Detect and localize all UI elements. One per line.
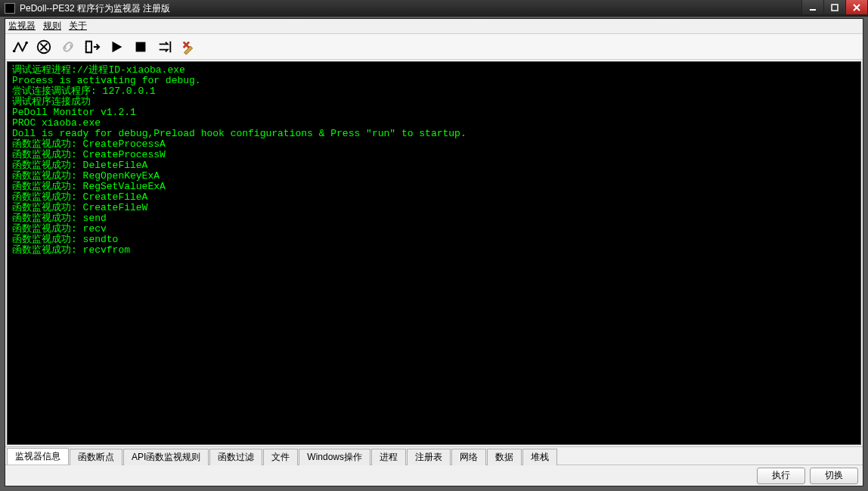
console-line: Doll is ready for debug,Preload hook con… xyxy=(12,129,856,139)
step-arrows-icon xyxy=(157,39,173,55)
tab-function-breakpoints[interactable]: 函数断点 xyxy=(70,449,122,465)
close-icon xyxy=(852,3,861,12)
bottom-tabstrip: 监视器信息 函数断点 API函数监视规则 函数过滤 文件 Windows操作 进… xyxy=(5,446,863,465)
tab-processes[interactable]: 进程 xyxy=(371,449,406,465)
console-line: 函数监视成功: recvfrom xyxy=(12,245,856,256)
svg-point-4 xyxy=(13,49,16,52)
console-line: 调试程序连接成功 xyxy=(12,97,856,107)
attach-process-icon xyxy=(84,39,101,55)
brush-clear-icon xyxy=(181,39,197,55)
console-line: 函数监视成功: sendto xyxy=(12,235,856,245)
toolbar-attach-button[interactable] xyxy=(81,36,104,57)
circle-x-icon xyxy=(36,39,52,55)
console-line: 尝试连接调试程序: 127.0.0.1 xyxy=(12,86,856,97)
svg-rect-12 xyxy=(136,42,146,51)
chain-link-icon xyxy=(60,39,76,55)
toolbar-stop-debug-button[interactable] xyxy=(33,36,55,57)
toolbar-link-button[interactable] xyxy=(57,36,79,57)
tab-data[interactable]: 数据 xyxy=(487,449,522,465)
tab-stack[interactable]: 堆栈 xyxy=(522,449,557,465)
console-line: 函数监视成功: CreateFileA xyxy=(12,192,856,203)
tab-monitor-info[interactable]: 监视器信息 xyxy=(7,448,69,465)
console-line: 函数监视成功: DeleteFileA xyxy=(12,160,856,171)
console-line: 函数监视成功: RegSetValueExA xyxy=(12,182,856,192)
tab-network[interactable]: 网络 xyxy=(451,449,486,465)
minimize-button[interactable] xyxy=(801,0,824,15)
tab-function-filter[interactable]: 函数过滤 xyxy=(209,449,262,465)
debug-arrows-icon xyxy=(11,39,28,55)
close-button[interactable] xyxy=(845,0,868,15)
console-line: 函数监视成功: CreateProcessA xyxy=(12,139,856,150)
console-line: 调试远程进程://进程ID-xiaoba.exe xyxy=(12,65,856,76)
footer-bar: 执行 切换 xyxy=(5,465,863,486)
titlebar: PeDoll--PE32 程序行为监视器 注册版 xyxy=(0,0,868,17)
svg-point-5 xyxy=(25,41,28,44)
console-output[interactable]: 调试远程进程://进程ID-xiaoba.exeProcess is activ… xyxy=(7,61,861,445)
console-line: PROC xiaoba.exe xyxy=(12,118,856,129)
toolbar-clear-button[interactable] xyxy=(178,36,200,57)
app-icon xyxy=(5,3,15,14)
svg-rect-9 xyxy=(86,41,91,52)
maximize-button[interactable] xyxy=(823,0,846,15)
console-line: Process is activating for debug. xyxy=(12,76,856,86)
toolbar xyxy=(5,34,863,60)
toolbar-debug-button[interactable] xyxy=(8,36,31,57)
tab-files[interactable]: 文件 xyxy=(263,449,298,465)
execute-button[interactable]: 执行 xyxy=(757,468,805,484)
maximize-icon xyxy=(830,3,839,12)
menubar: 监视器 规则 关于 xyxy=(5,19,863,34)
window-title: PeDoll--PE32 程序行为监视器 注册版 xyxy=(20,2,802,15)
svg-rect-10 xyxy=(86,41,91,52)
client-area: 监视器 规则 关于 xyxy=(5,18,863,486)
minimize-icon xyxy=(808,3,817,12)
console-line: 函数监视成功: recv xyxy=(12,224,856,235)
svg-rect-1 xyxy=(832,5,838,11)
console-line: 函数监视成功: send xyxy=(12,213,856,224)
menu-rules[interactable]: 规则 xyxy=(43,20,61,33)
tab-api-monitor-rules[interactable]: API函数监视规则 xyxy=(123,449,209,465)
tab-registry[interactable]: 注册表 xyxy=(407,449,451,465)
switch-button[interactable]: 切换 xyxy=(810,468,858,484)
console-line: 函数监视成功: RegOpenKeyExA xyxy=(12,171,856,182)
stop-square-icon xyxy=(132,39,149,55)
toolbar-step-button[interactable] xyxy=(153,36,176,57)
toolbar-run-button[interactable] xyxy=(105,36,128,57)
console-line: PeDoll Monitor v1.2.1 xyxy=(12,107,856,118)
svg-marker-11 xyxy=(113,41,122,52)
toolbar-break-button[interactable] xyxy=(129,36,152,57)
window-controls xyxy=(802,0,868,17)
menu-monitor[interactable]: 监视器 xyxy=(8,20,36,33)
menu-about[interactable]: 关于 xyxy=(69,20,87,33)
console-line: 函数监视成功: CreateProcessW xyxy=(12,150,856,160)
tab-windows-operations[interactable]: Windows操作 xyxy=(299,449,370,465)
play-icon xyxy=(108,39,125,55)
console-line: 函数监视成功: CreateFileW xyxy=(12,203,856,213)
